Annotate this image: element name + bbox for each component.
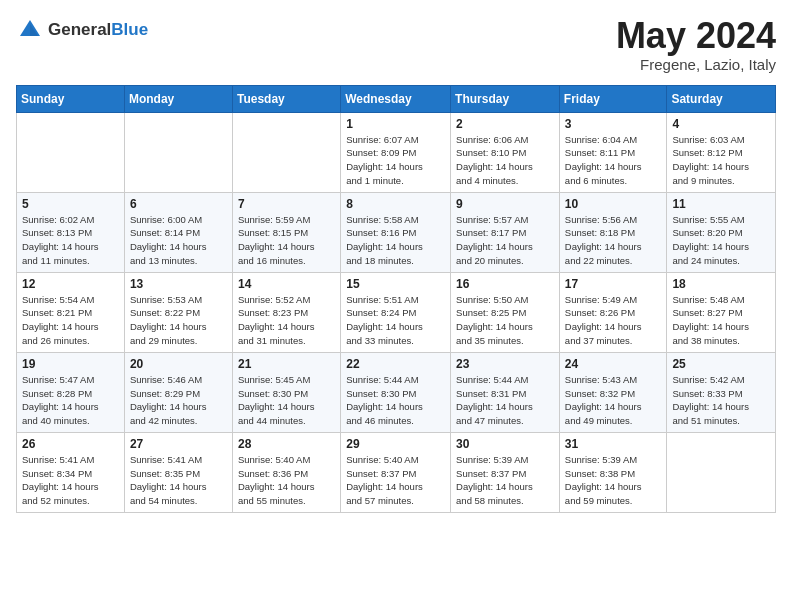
day-cell: 8Sunrise: 5:58 AMSunset: 8:16 PMDaylight…	[341, 192, 451, 272]
day-number: 25	[672, 357, 770, 371]
day-cell: 9Sunrise: 5:57 AMSunset: 8:17 PMDaylight…	[451, 192, 560, 272]
day-number: 28	[238, 437, 335, 451]
header-row: SundayMondayTuesdayWednesdayThursdayFrid…	[17, 85, 776, 112]
day-number: 10	[565, 197, 662, 211]
day-number: 17	[565, 277, 662, 291]
day-info: Sunrise: 5:58 AMSunset: 8:16 PMDaylight:…	[346, 213, 445, 268]
header-day-tuesday: Tuesday	[232, 85, 340, 112]
logo-text-blue: Blue	[111, 20, 148, 39]
day-cell: 24Sunrise: 5:43 AMSunset: 8:32 PMDayligh…	[559, 352, 667, 432]
day-cell: 31Sunrise: 5:39 AMSunset: 8:38 PMDayligh…	[559, 432, 667, 512]
header-day-sunday: Sunday	[17, 85, 125, 112]
day-number: 24	[565, 357, 662, 371]
day-info: Sunrise: 6:04 AMSunset: 8:11 PMDaylight:…	[565, 133, 662, 188]
header-day-monday: Monday	[124, 85, 232, 112]
day-cell: 3Sunrise: 6:04 AMSunset: 8:11 PMDaylight…	[559, 112, 667, 192]
day-info: Sunrise: 5:48 AMSunset: 8:27 PMDaylight:…	[672, 293, 770, 348]
day-cell: 5Sunrise: 6:02 AMSunset: 8:13 PMDaylight…	[17, 192, 125, 272]
day-info: Sunrise: 5:47 AMSunset: 8:28 PMDaylight:…	[22, 373, 119, 428]
day-info: Sunrise: 5:49 AMSunset: 8:26 PMDaylight:…	[565, 293, 662, 348]
day-number: 2	[456, 117, 554, 131]
day-cell: 10Sunrise: 5:56 AMSunset: 8:18 PMDayligh…	[559, 192, 667, 272]
day-number: 26	[22, 437, 119, 451]
day-number: 8	[346, 197, 445, 211]
week-row-1: 1Sunrise: 6:07 AMSunset: 8:09 PMDaylight…	[17, 112, 776, 192]
day-number: 31	[565, 437, 662, 451]
day-number: 29	[346, 437, 445, 451]
calendar-header: SundayMondayTuesdayWednesdayThursdayFrid…	[17, 85, 776, 112]
day-info: Sunrise: 6:07 AMSunset: 8:09 PMDaylight:…	[346, 133, 445, 188]
logo-icon	[16, 16, 44, 44]
day-info: Sunrise: 5:44 AMSunset: 8:31 PMDaylight:…	[456, 373, 554, 428]
day-info: Sunrise: 5:40 AMSunset: 8:37 PMDaylight:…	[346, 453, 445, 508]
day-cell: 12Sunrise: 5:54 AMSunset: 8:21 PMDayligh…	[17, 272, 125, 352]
day-number: 20	[130, 357, 227, 371]
day-info: Sunrise: 5:53 AMSunset: 8:22 PMDaylight:…	[130, 293, 227, 348]
day-number: 27	[130, 437, 227, 451]
day-cell: 2Sunrise: 6:06 AMSunset: 8:10 PMDaylight…	[451, 112, 560, 192]
day-cell: 27Sunrise: 5:41 AMSunset: 8:35 PMDayligh…	[124, 432, 232, 512]
day-number: 30	[456, 437, 554, 451]
header-day-saturday: Saturday	[667, 85, 776, 112]
day-cell: 23Sunrise: 5:44 AMSunset: 8:31 PMDayligh…	[451, 352, 560, 432]
day-cell: 11Sunrise: 5:55 AMSunset: 8:20 PMDayligh…	[667, 192, 776, 272]
day-info: Sunrise: 5:45 AMSunset: 8:30 PMDaylight:…	[238, 373, 335, 428]
day-cell: 18Sunrise: 5:48 AMSunset: 8:27 PMDayligh…	[667, 272, 776, 352]
day-number: 1	[346, 117, 445, 131]
day-info: Sunrise: 6:02 AMSunset: 8:13 PMDaylight:…	[22, 213, 119, 268]
day-number: 11	[672, 197, 770, 211]
day-number: 14	[238, 277, 335, 291]
day-number: 13	[130, 277, 227, 291]
day-cell	[17, 112, 125, 192]
day-number: 4	[672, 117, 770, 131]
day-cell: 14Sunrise: 5:52 AMSunset: 8:23 PMDayligh…	[232, 272, 340, 352]
day-cell: 20Sunrise: 5:46 AMSunset: 8:29 PMDayligh…	[124, 352, 232, 432]
day-cell: 22Sunrise: 5:44 AMSunset: 8:30 PMDayligh…	[341, 352, 451, 432]
day-cell: 28Sunrise: 5:40 AMSunset: 8:36 PMDayligh…	[232, 432, 340, 512]
day-info: Sunrise: 5:52 AMSunset: 8:23 PMDaylight:…	[238, 293, 335, 348]
day-cell: 15Sunrise: 5:51 AMSunset: 8:24 PMDayligh…	[341, 272, 451, 352]
day-cell: 26Sunrise: 5:41 AMSunset: 8:34 PMDayligh…	[17, 432, 125, 512]
location: Fregene, Lazio, Italy	[616, 56, 776, 73]
week-row-3: 12Sunrise: 5:54 AMSunset: 8:21 PMDayligh…	[17, 272, 776, 352]
day-info: Sunrise: 5:54 AMSunset: 8:21 PMDaylight:…	[22, 293, 119, 348]
page-header: GeneralBlue May 2024 Fregene, Lazio, Ita…	[16, 16, 776, 73]
day-info: Sunrise: 5:43 AMSunset: 8:32 PMDaylight:…	[565, 373, 662, 428]
day-cell	[232, 112, 340, 192]
title-block: May 2024 Fregene, Lazio, Italy	[616, 16, 776, 73]
day-info: Sunrise: 6:06 AMSunset: 8:10 PMDaylight:…	[456, 133, 554, 188]
day-number: 19	[22, 357, 119, 371]
header-day-wednesday: Wednesday	[341, 85, 451, 112]
day-number: 6	[130, 197, 227, 211]
day-cell: 7Sunrise: 5:59 AMSunset: 8:15 PMDaylight…	[232, 192, 340, 272]
day-info: Sunrise: 5:46 AMSunset: 8:29 PMDaylight:…	[130, 373, 227, 428]
day-number: 9	[456, 197, 554, 211]
day-info: Sunrise: 5:56 AMSunset: 8:18 PMDaylight:…	[565, 213, 662, 268]
logo: GeneralBlue	[16, 16, 148, 44]
day-cell	[124, 112, 232, 192]
header-day-thursday: Thursday	[451, 85, 560, 112]
day-info: Sunrise: 5:41 AMSunset: 8:34 PMDaylight:…	[22, 453, 119, 508]
day-number: 3	[565, 117, 662, 131]
day-info: Sunrise: 5:57 AMSunset: 8:17 PMDaylight:…	[456, 213, 554, 268]
day-number: 12	[22, 277, 119, 291]
day-info: Sunrise: 5:39 AMSunset: 8:37 PMDaylight:…	[456, 453, 554, 508]
day-info: Sunrise: 5:55 AMSunset: 8:20 PMDaylight:…	[672, 213, 770, 268]
day-info: Sunrise: 5:42 AMSunset: 8:33 PMDaylight:…	[672, 373, 770, 428]
day-info: Sunrise: 5:51 AMSunset: 8:24 PMDaylight:…	[346, 293, 445, 348]
header-day-friday: Friday	[559, 85, 667, 112]
day-cell: 4Sunrise: 6:03 AMSunset: 8:12 PMDaylight…	[667, 112, 776, 192]
day-info: Sunrise: 5:59 AMSunset: 8:15 PMDaylight:…	[238, 213, 335, 268]
day-number: 5	[22, 197, 119, 211]
calendar-table: SundayMondayTuesdayWednesdayThursdayFrid…	[16, 85, 776, 513]
week-row-2: 5Sunrise: 6:02 AMSunset: 8:13 PMDaylight…	[17, 192, 776, 272]
day-cell: 25Sunrise: 5:42 AMSunset: 8:33 PMDayligh…	[667, 352, 776, 432]
day-number: 18	[672, 277, 770, 291]
day-cell	[667, 432, 776, 512]
logo-text-general: General	[48, 20, 111, 39]
day-cell: 19Sunrise: 5:47 AMSunset: 8:28 PMDayligh…	[17, 352, 125, 432]
day-number: 7	[238, 197, 335, 211]
day-number: 21	[238, 357, 335, 371]
day-cell: 21Sunrise: 5:45 AMSunset: 8:30 PMDayligh…	[232, 352, 340, 432]
day-cell: 17Sunrise: 5:49 AMSunset: 8:26 PMDayligh…	[559, 272, 667, 352]
